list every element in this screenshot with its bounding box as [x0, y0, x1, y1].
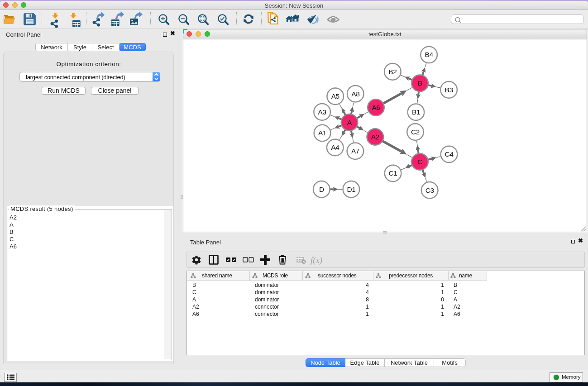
svg-text:A: A	[347, 119, 352, 126]
svg-text:A2: A2	[371, 133, 379, 141]
svg-text:A1: A1	[318, 129, 326, 137]
svg-text:B1: B1	[412, 108, 420, 116]
svg-text:A3: A3	[318, 108, 326, 116]
svg-text:B2: B2	[388, 68, 397, 76]
svg-text:C4: C4	[445, 150, 454, 158]
svg-text:C2: C2	[411, 128, 420, 136]
svg-text:B3: B3	[445, 86, 453, 94]
svg-text:B4: B4	[425, 51, 434, 58]
svg-text:D1: D1	[347, 186, 355, 193]
svg-text:A7: A7	[351, 147, 359, 155]
svg-text:C1: C1	[389, 169, 397, 177]
svg-text:C: C	[417, 158, 422, 166]
svg-text:C3: C3	[425, 186, 434, 194]
svg-text:A4: A4	[331, 143, 339, 151]
svg-text:B: B	[418, 79, 422, 87]
svg-text:A6: A6	[372, 104, 380, 111]
svg-text:A8: A8	[351, 90, 359, 98]
svg-text:D: D	[319, 186, 324, 193]
svg-text:A5: A5	[331, 92, 339, 100]
svg-text:f(x): f(x)	[311, 255, 322, 265]
